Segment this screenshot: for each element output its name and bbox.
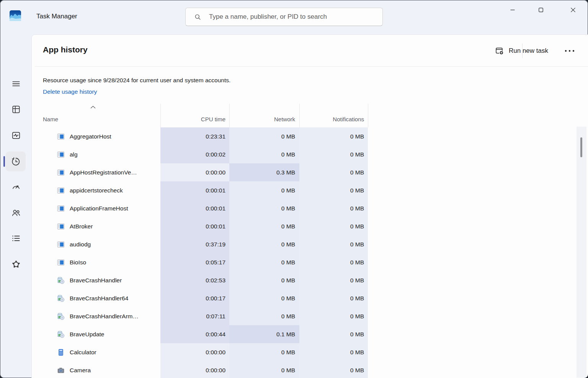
default-exe-icon bbox=[57, 151, 65, 158]
notifications-cell: 0 MB bbox=[299, 235, 368, 253]
table-row[interactable]: Calculator 0:00:00 0 MB 0 MB bbox=[32, 343, 368, 361]
default-exe-icon bbox=[57, 169, 65, 176]
table-header: Name CPU time Network Notifications bbox=[32, 104, 577, 127]
notifications-cell: 0 MB bbox=[299, 163, 368, 181]
details-icon bbox=[11, 233, 21, 243]
more-options-button[interactable] bbox=[561, 44, 578, 58]
process-name: ApplicationFrameHost bbox=[70, 199, 128, 217]
network-cell: 0 MB bbox=[229, 271, 299, 289]
notifications-cell: 0 MB bbox=[299, 181, 368, 199]
notifications-cell: 0 MB bbox=[299, 145, 368, 163]
network-cell: 0 MB bbox=[229, 253, 299, 271]
app-title: Task Manager bbox=[36, 13, 77, 20]
delete-usage-history-link[interactable]: Delete usage history bbox=[43, 88, 97, 95]
divider bbox=[522, 44, 523, 58]
network-cell: 0 MB bbox=[229, 307, 299, 325]
column-header-notifications[interactable]: Notifications bbox=[299, 115, 368, 124]
table-row[interactable]: appidcertstorecheck 0:00:01 0 MB 0 MB bbox=[32, 181, 368, 199]
process-name: AppHostRegistrationVe… bbox=[70, 163, 137, 181]
maximize-button[interactable] bbox=[532, 3, 550, 17]
installer-icon bbox=[57, 295, 65, 302]
process-name: AggregatorHost bbox=[70, 127, 111, 145]
notifications-cell: 0 MB bbox=[299, 289, 368, 307]
sidebar-item-users[interactable] bbox=[8, 204, 24, 221]
divider bbox=[35, 66, 588, 67]
table-row[interactable]: ApplicationFrameHost 0:00:01 0 MB 0 MB bbox=[32, 199, 368, 217]
notifications-cell: 0 MB bbox=[299, 361, 368, 378]
cpu-time-cell: 0:00:01 bbox=[160, 181, 229, 199]
search-box[interactable] bbox=[185, 8, 383, 26]
sidebar-hamburger-menu-button[interactable] bbox=[8, 75, 24, 92]
column-header-cpu-time[interactable]: CPU time bbox=[160, 115, 229, 124]
table-row[interactable]: BraveUpdate 0:00:44 0.1 MB 0 MB bbox=[32, 325, 368, 343]
network-cell: 0 MB bbox=[229, 361, 299, 378]
search-input[interactable] bbox=[208, 13, 382, 21]
column-divider bbox=[160, 104, 161, 127]
process-name: Camera bbox=[70, 361, 91, 378]
table-row[interactable]: AppHostRegistrationVe… 0:00:00 0.3 MB 0 … bbox=[32, 163, 368, 181]
sidebar-item-app-history[interactable] bbox=[6, 152, 26, 171]
column-header-name[interactable]: Name bbox=[43, 115, 58, 124]
task-manager-app-icon bbox=[10, 10, 21, 21]
process-name: BioIso bbox=[70, 253, 86, 271]
network-cell: 0 MB bbox=[229, 289, 299, 307]
cpu-time-cell: 0:05:17 bbox=[160, 253, 229, 271]
notifications-cell: 0 MB bbox=[299, 307, 368, 325]
network-cell: 0 MB bbox=[229, 145, 299, 163]
table-row[interactable]: BraveCrashHandler64 0:00:17 0 MB 0 MB bbox=[32, 289, 368, 307]
network-cell: 0 MB bbox=[229, 199, 299, 217]
cpu-time-cell: 0:00:00 bbox=[160, 361, 229, 378]
table-row[interactable]: AtBroker 0:00:01 0 MB 0 MB bbox=[32, 217, 368, 235]
cpu-time-cell: 0:00:02 bbox=[160, 145, 229, 163]
process-name: BraveCrashHandlerArm… bbox=[70, 307, 139, 325]
maximize-icon bbox=[538, 7, 544, 13]
vertical-scrollbar[interactable] bbox=[577, 127, 586, 378]
cpu-time-cell: 0:00:00 bbox=[160, 163, 229, 181]
table-row[interactable]: AggregatorHost 0:23:31 0 MB 0 MB bbox=[32, 127, 368, 145]
sidebar-item-startup-apps[interactable] bbox=[8, 179, 24, 196]
close-button[interactable] bbox=[564, 3, 582, 17]
sidebar-item-processes[interactable] bbox=[8, 101, 24, 118]
ellipsis-icon bbox=[564, 49, 575, 52]
close-icon bbox=[570, 7, 576, 13]
installer-icon bbox=[57, 277, 65, 284]
process-name: Calculator bbox=[70, 343, 96, 361]
titlebar: Task Manager bbox=[0, 0, 588, 34]
cpu-time-cell: 0:02:53 bbox=[160, 271, 229, 289]
sort-ascending-icon bbox=[90, 105, 96, 109]
process-name: BraveCrashHandler bbox=[70, 271, 122, 289]
column-header-network[interactable]: Network bbox=[229, 115, 299, 124]
minimize-icon bbox=[510, 7, 515, 13]
scrollbar-thumb[interactable] bbox=[580, 137, 582, 157]
cpu-time-cell: 0:00:01 bbox=[160, 217, 229, 235]
run-new-task-button[interactable]: Run new task bbox=[495, 43, 548, 59]
network-cell: 0.1 MB bbox=[229, 325, 299, 343]
table-row[interactable]: alg 0:00:02 0 MB 0 MB bbox=[32, 145, 368, 163]
network-cell: 0 MB bbox=[229, 343, 299, 361]
table-row[interactable]: BraveCrashHandlerArm… 0:07:11 0 MB 0 MB bbox=[32, 307, 368, 325]
sidebar-item-details[interactable] bbox=[8, 230, 24, 247]
process-name: audiodg bbox=[70, 235, 91, 253]
sidebar-item-performance[interactable] bbox=[8, 127, 24, 144]
task-manager-window: Task Manager bbox=[0, 0, 588, 378]
table-row[interactable]: audiodg 0:37:19 0 MB 0 MB bbox=[32, 235, 368, 253]
process-name: alg bbox=[70, 145, 78, 163]
camera-icon bbox=[57, 367, 65, 374]
notifications-cell: 0 MB bbox=[299, 217, 368, 235]
users-icon bbox=[11, 208, 21, 218]
network-cell: 0.3 MB bbox=[229, 163, 299, 181]
run-new-task-label: Run new task bbox=[509, 47, 548, 55]
resource-usage-description: Resource usage since 9/28/2024 for curre… bbox=[43, 77, 230, 84]
column-divider bbox=[368, 104, 368, 127]
default-exe-icon bbox=[57, 223, 65, 230]
performance-icon bbox=[11, 130, 21, 140]
minimize-button[interactable] bbox=[504, 3, 521, 17]
cpu-time-cell: 0:00:01 bbox=[160, 199, 229, 217]
table-row[interactable]: Camera 0:00:00 0 MB 0 MB bbox=[32, 361, 368, 378]
table-row[interactable]: BraveCrashHandler 0:02:53 0 MB 0 MB bbox=[32, 271, 368, 289]
default-exe-icon bbox=[57, 133, 65, 140]
sidebar-item-services[interactable] bbox=[8, 256, 24, 273]
notifications-cell: 0 MB bbox=[299, 199, 368, 217]
network-cell: 0 MB bbox=[229, 217, 299, 235]
table-row[interactable]: BioIso 0:05:17 0 MB 0 MB bbox=[32, 253, 368, 271]
